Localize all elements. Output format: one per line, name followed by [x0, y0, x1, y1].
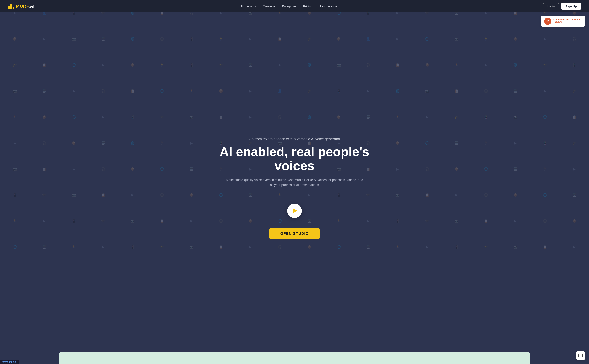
pattern-icon: ▶ [501, 130, 530, 156]
pattern-icon: 🖥️ [177, 156, 206, 182]
signup-button[interactable]: Sign Up [561, 3, 581, 10]
pattern-icon: ▶ [0, 130, 29, 156]
pattern-icon: 🌐 [383, 78, 412, 104]
nav-resources[interactable]: Resources [317, 3, 340, 10]
pattern-icon: 🎧 [147, 182, 177, 208]
pattern-icon: 🎓 [206, 52, 236, 78]
pattern-icon: 🌐 [324, 234, 353, 260]
pattern-icon: 📋 [265, 26, 294, 52]
pattern-icon: ▶ [88, 104, 118, 130]
pattern-icon: 📦 [560, 208, 589, 234]
play-icon [293, 208, 297, 214]
pattern-icon: 📷 [0, 78, 29, 104]
pattern-icon: ▶ [236, 26, 265, 52]
pattern-icon: 📦 [177, 182, 206, 208]
nav-products[interactable]: Products [238, 3, 258, 10]
pattern-icon: 🎧 [88, 78, 118, 104]
pattern-icon: 🎓 [560, 78, 589, 104]
pattern-icon: 📋 [29, 156, 59, 182]
pattern-icon: ▶ [59, 78, 88, 104]
pattern-icon: 🖥️ [560, 182, 589, 208]
nav-create[interactable]: Create [260, 3, 278, 10]
pattern-icon: 🎧 [29, 130, 59, 156]
pattern-icon: 📷 [59, 182, 88, 208]
pattern-icon: ▶ [236, 104, 265, 130]
navbar-nav: Products Create Enterprise Pricing Resou… [238, 3, 340, 10]
pattern-icon: 📱 [383, 208, 412, 234]
pattern-icon: 📦 [118, 156, 147, 182]
badge-top-text: #1 PRODUCT OF THE WEEK [553, 18, 580, 20]
hero-section: ▶ 👤 📱 🎓 🌐 📋 🎧 ▶ 📷 🏃 📦 🌐 📱 ▶ 🎓 🖥️ ▶ 📋 🎓 📦… [0, 0, 589, 364]
pattern-icon: 🏃 [471, 130, 501, 156]
pattern-icon: 🎓 [471, 234, 501, 260]
pattern-icon: 📦 [383, 130, 412, 156]
pattern-icon: 🌐 [412, 130, 442, 156]
pattern-icon: 🖥️ [442, 130, 471, 156]
pattern-icon: 📋 [383, 52, 412, 78]
pattern-icon: 📦 [29, 104, 59, 130]
pattern-icon: 🖥️ [29, 234, 59, 260]
nav-enterprise[interactable]: Enterprise [279, 3, 298, 10]
pattern-icon: 🎧 [412, 156, 442, 182]
logo-icon [8, 3, 14, 9]
pattern-icon: 🎓 [412, 208, 442, 234]
pattern-icon: 🏃 [530, 156, 560, 182]
nav-pricing[interactable]: Pricing [300, 3, 315, 10]
pattern-icon: ▶ [236, 234, 265, 260]
pattern-icon: 📦 [206, 78, 236, 104]
pattern-icon: 📋 [29, 52, 59, 78]
hero-subtitle: Go from text to speech with a versatile … [208, 137, 381, 141]
pattern-icon: 🌐 [0, 234, 29, 260]
pattern-icon: 📷 [442, 26, 471, 52]
pattern-icon: 📷 [118, 208, 147, 234]
pattern-icon: 🏃 [0, 208, 29, 234]
pattern-icon: ▶ [530, 26, 560, 52]
pattern-icon: 📱 [324, 78, 353, 104]
pattern-icon: 📱 [530, 130, 560, 156]
pattern-icon: 🎓 [560, 130, 589, 156]
pattern-icon: 🎧 [265, 104, 294, 130]
pattern-icon: 📋 [118, 78, 147, 104]
chat-widget[interactable] [576, 351, 585, 360]
play-button[interactable] [287, 204, 302, 218]
pattern-icon: 🎧 [471, 182, 501, 208]
pattern-icon: 🏃 [471, 26, 501, 52]
pattern-icon: 🎧 [471, 78, 501, 104]
pattern-icon: 🎧 [88, 156, 118, 182]
pattern-icon: 🎓 [29, 182, 59, 208]
hero-title: AI enabled, real people's voices [208, 145, 381, 173]
badge-bottom-text: SaaS [553, 20, 580, 24]
pattern-icon: 🏃 [206, 26, 236, 52]
pattern-icon: 🌐 [147, 78, 177, 104]
chat-bubble-icon [578, 354, 583, 358]
pattern-icon: 📱 [471, 104, 501, 130]
navbar-logo-area: MURF.AI [8, 3, 35, 9]
status-url: https://murf.ai [2, 361, 17, 364]
pattern-icon: ▶ [560, 234, 589, 260]
producthunt-icon: P [544, 18, 551, 25]
pattern-icon: ▶ [501, 208, 530, 234]
pattern-icon: ▶ [88, 234, 118, 260]
pattern-icon: 📦 [442, 156, 471, 182]
pattern-icon: 🖥️ [88, 26, 118, 52]
logo-text[interactable]: MURF.AI [16, 4, 35, 9]
pattern-icon: 🏃 [442, 52, 471, 78]
open-studio-button[interactable]: OPEN STUDIO [270, 228, 320, 240]
pattern-icon: 📱 [177, 52, 206, 78]
pattern-icon: 🌐 [294, 104, 324, 130]
pattern-icon: ▶ [412, 234, 442, 260]
pattern-icon: 🎓 [442, 104, 471, 130]
pattern-icon: 🏃 [0, 104, 29, 130]
product-of-week-badge[interactable]: P #1 PRODUCT OF THE WEEK SaaS [541, 16, 585, 27]
pattern-icon: 🌐 [530, 182, 560, 208]
pattern-icon: ▶ [59, 156, 88, 182]
pattern-icon: 🏃 [324, 208, 353, 234]
pattern-icon: 🌐 [294, 52, 324, 78]
pattern-icon: 📷 [177, 104, 206, 130]
pattern-icon: 📷 [412, 78, 442, 104]
pattern-icon: 📷 [501, 234, 530, 260]
pattern-icon: 🏃 [147, 52, 177, 78]
logo-bar-2 [10, 4, 12, 9]
pattern-icon: 🌐 [530, 104, 560, 130]
login-button[interactable]: Login [543, 3, 559, 10]
